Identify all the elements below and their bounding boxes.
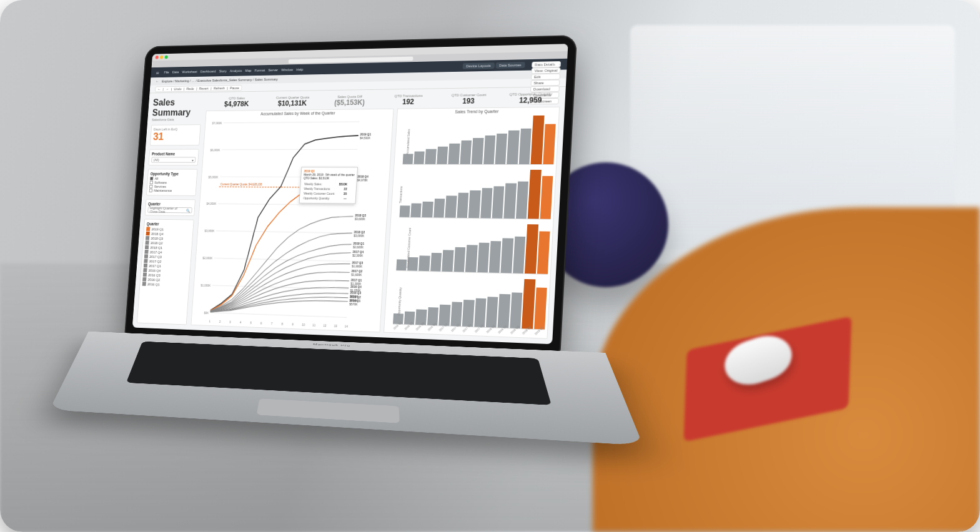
nav-menu-item[interactable]: Data <box>172 71 179 74</box>
kpi-value: 193 <box>441 96 497 106</box>
toolbar-button[interactable]: Pause <box>230 86 239 90</box>
bar <box>498 294 510 329</box>
days-left-card: Days Left in EoQ 31 <box>150 124 201 145</box>
bar <box>445 196 457 219</box>
chart-tooltip: 2019 Q1 March 29, 2019 · 5th week of the… <box>299 167 358 204</box>
quarter-highlight-select[interactable]: Highlight Quarter of Close Date 🔍 <box>147 207 192 213</box>
chevron-down-icon: ▾ <box>192 158 194 162</box>
toolbar-button[interactable]: ← <box>157 87 161 91</box>
nav-menu-item[interactable]: Server <box>268 68 278 72</box>
kpi-card: QTD Customer Count 193 <box>440 92 498 107</box>
download-icon[interactable]: ● <box>540 62 543 66</box>
svg-text:$2,300K: $2,300K <box>352 253 364 257</box>
bar <box>480 188 493 219</box>
kpi-card: Current Quarter Quota $10,131K <box>265 94 320 109</box>
sales-trend-chart[interactable]: Sales Trend by Quarter Accumulated Sales… <box>384 107 560 339</box>
bar-panel: Transactions <box>391 168 556 223</box>
accumulated-sales-chart[interactable]: Accumulated Sales by Week of the Quarter… <box>191 109 393 333</box>
user-icon[interactable]: ● <box>558 62 561 66</box>
checkbox-icon <box>150 181 153 184</box>
svg-text:$1,000K: $1,000K <box>200 283 211 287</box>
toolbar-button[interactable]: Refresh <box>214 86 225 90</box>
legend-label: 2018 Q1 <box>150 245 162 249</box>
toolbar-button[interactable]: Share <box>531 79 560 86</box>
legend-item[interactable]: 2018 Q4 <box>146 232 191 237</box>
toolbar-button[interactable]: Redo <box>186 87 194 91</box>
bar-panel-label: Transactions <box>398 186 403 203</box>
nav-menu-item[interactable]: Window <box>281 68 293 72</box>
svg-text:13: 13 <box>334 323 337 328</box>
breadcrumb-item[interactable]: Explore <box>162 79 172 83</box>
bar-panel-label: Accumulated Sales <box>405 129 410 155</box>
comment-icon[interactable]: ● <box>547 62 549 66</box>
toolbar-button[interactable]: Revert <box>199 86 209 90</box>
bar <box>518 129 531 165</box>
nav-menu-item[interactable]: Worksheet <box>182 70 197 74</box>
kpi-value: 12,959 <box>502 96 559 105</box>
nav-menu-item[interactable]: Map <box>245 69 251 72</box>
legend-item[interactable]: 2019 Q1 <box>146 227 191 232</box>
svg-text:Current Quarter Quota: $4,628,: Current Quarter Quota: $4,628,235 <box>220 182 262 186</box>
filter-quarter-highlight: Quarter Highlight Quarter of Close Date … <box>145 199 196 216</box>
breadcrumb-item[interactable]: Executive Salesforce_Sales Summary <box>197 78 252 82</box>
breadcrumb-item[interactable]: Marketing <box>175 79 189 83</box>
svg-text:2: 2 <box>219 319 221 323</box>
bar <box>399 205 410 218</box>
svg-text:6: 6 <box>260 321 262 325</box>
breadcrumb-back-icon[interactable]: ← <box>156 80 159 83</box>
bar <box>531 116 545 165</box>
bar <box>457 193 468 219</box>
bar <box>430 253 442 272</box>
bar <box>501 239 513 274</box>
legend-label: 2017 Q1 <box>149 264 161 268</box>
svg-text:$7,000K: $7,000K <box>212 121 223 125</box>
toolbar-button[interactable]: → <box>166 87 169 91</box>
toolbar-button[interactable]: Edit <box>531 73 560 80</box>
kpi-value: $4,978K <box>212 100 262 109</box>
svg-text:4: 4 <box>240 320 242 325</box>
nav-menu-item[interactable]: Format <box>255 69 265 72</box>
opportunity-type-option[interactable]: All <box>150 177 194 180</box>
legend-swatch-icon <box>143 273 147 277</box>
opportunity-type-option[interactable]: Maintenance <box>149 189 194 192</box>
window-zoom-icon[interactable] <box>164 56 167 59</box>
window-minimize-icon[interactable] <box>160 56 163 59</box>
bar <box>495 134 507 165</box>
opportunity-type-option[interactable]: Software <box>150 181 194 185</box>
legend-swatch-icon <box>146 227 150 230</box>
bar <box>543 124 556 165</box>
nav-menu-item[interactable]: Story <box>219 69 227 73</box>
nav-menu-item[interactable]: Dashboard <box>200 69 216 73</box>
bar-panel: Accumulated Sales <box>394 114 559 169</box>
bar <box>448 144 460 165</box>
nav-button[interactable]: Device Layouts <box>462 62 495 69</box>
nav-menu-item[interactable]: Help <box>296 67 303 71</box>
toolbar-button[interactable]: View: Original <box>532 67 561 74</box>
legend-label: 2018 Q3 <box>151 237 163 240</box>
toolbar-button[interactable]: Undo <box>174 87 181 91</box>
legend-label: 2017 Q2 <box>149 259 162 263</box>
product-name-select[interactable]: (All) ▾ <box>151 157 196 162</box>
svg-text:14: 14 <box>345 324 349 328</box>
svg-line-0 <box>210 313 347 318</box>
share-icon[interactable]: ● <box>535 63 537 67</box>
svg-line-6 <box>216 231 352 234</box>
legend-item[interactable]: 2016 Q1 <box>142 282 187 287</box>
bar <box>516 182 529 219</box>
svg-text:$3,000K: $3,000K <box>204 229 215 233</box>
legend-swatch-icon <box>144 259 147 264</box>
window-close-icon[interactable] <box>156 56 159 59</box>
nav-menu-item[interactable]: Analysis <box>230 69 242 73</box>
checkbox-icon <box>149 185 152 188</box>
bar <box>477 243 490 273</box>
legend-label: 2016 Q4 <box>149 268 161 272</box>
nav-logo-icon: ⊞ <box>156 71 159 74</box>
page-title: Sales Summary <box>152 97 202 118</box>
nav-button[interactable]: Data Sources <box>495 62 525 69</box>
opportunity-type-option[interactable]: Services <box>149 185 194 189</box>
breadcrumb-item[interactable]: … <box>192 79 195 83</box>
nav-menu-item[interactable]: File <box>164 71 169 74</box>
breadcrumb-item[interactable]: Sales Summary <box>255 77 278 81</box>
bar <box>460 140 472 165</box>
option-label: Software <box>154 181 167 185</box>
